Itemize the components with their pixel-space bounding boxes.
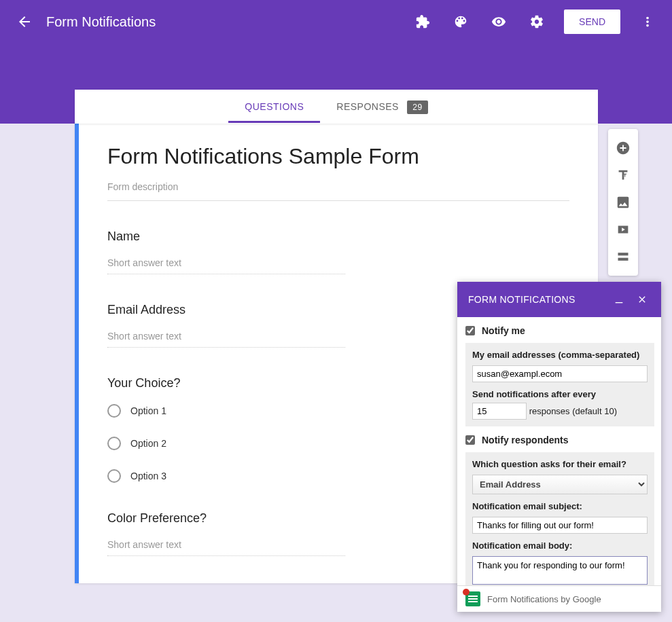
question-name: Name Short answer text [107, 230, 569, 274]
minimize-button[interactable] [611, 291, 627, 308]
close-icon [637, 294, 648, 305]
tabs: QUESTIONS RESPONSES 29 [75, 90, 598, 124]
plus-circle-icon [616, 141, 631, 156]
send-button[interactable]: SEND [564, 10, 620, 34]
tab-questions[interactable]: QUESTIONS [228, 90, 320, 123]
notify-me-row: Notify me [465, 325, 654, 336]
send-after-label: Send notifications after every [472, 389, 648, 399]
app-header: Form Notifications SEND [0, 0, 672, 43]
notify-me-label: Notify me [482, 325, 525, 336]
tab-responses[interactable]: RESPONSES 29 [320, 90, 444, 123]
gear-icon [529, 14, 544, 29]
palette-button[interactable] [444, 5, 477, 38]
minimize-icon [614, 294, 624, 305]
form-title[interactable]: Form Notifications Sample Form [107, 144, 569, 169]
subject-label: Notification email subject: [472, 501, 648, 511]
radio-label: Option 1 [130, 405, 166, 416]
short-answer-hint: Short answer text [107, 331, 345, 348]
which-question-label: Which question asks for their email? [472, 459, 648, 469]
add-title-button[interactable] [608, 162, 638, 189]
responses-count-badge: 29 [407, 100, 427, 114]
send-after-suffix: responses (default 10) [529, 406, 617, 416]
video-icon [616, 222, 631, 237]
settings-button[interactable] [520, 5, 553, 38]
send-after-input[interactable] [472, 403, 527, 420]
notify-respondents-row: Notify respondents [465, 435, 654, 445]
addon-panel: FORM NOTIFICATIONS Notify me My email ad… [457, 282, 661, 612]
addon-footer: Form Notifications by Google [457, 585, 661, 612]
sheets-icon [465, 591, 480, 606]
preview-button[interactable] [482, 5, 515, 38]
add-image-button[interactable] [608, 189, 638, 216]
short-answer-hint: Short answer text [107, 257, 345, 274]
back-button[interactable] [8, 5, 41, 38]
more-vert-icon [640, 14, 655, 29]
radio-icon [107, 404, 121, 418]
subject-input[interactable] [472, 517, 648, 534]
email-addresses-input[interactable] [472, 365, 648, 382]
short-answer-hint: Short answer text [107, 539, 345, 556]
body-textarea[interactable] [472, 556, 648, 585]
add-video-button[interactable] [608, 216, 638, 243]
notify-respondents-checkbox[interactable] [465, 435, 475, 445]
tab-responses-label: RESPONSES [336, 101, 399, 112]
addon-title: FORM NOTIFICATIONS [468, 294, 604, 305]
eye-icon [491, 14, 506, 29]
close-button[interactable] [634, 291, 650, 308]
arrow-left-icon [16, 14, 33, 30]
form-description[interactable]: Form description [107, 181, 569, 201]
app-title: Form Notifications [46, 14, 156, 30]
svg-rect-0 [618, 253, 629, 255]
svg-rect-2 [616, 302, 623, 303]
side-toolbar [608, 129, 638, 276]
puzzle-icon [415, 14, 430, 29]
notify-respondents-label: Notify respondents [482, 435, 569, 445]
addon-footer-text: Form Notifications by Google [487, 594, 601, 604]
radio-label: Option 2 [130, 438, 166, 449]
notification-badge-icon [463, 589, 470, 596]
text-icon [616, 168, 631, 183]
palette-icon [453, 14, 468, 29]
question-title: Name [107, 230, 569, 244]
image-icon [616, 195, 631, 210]
notify-me-panel: My email addresses (comma-separated) Sen… [465, 343, 654, 426]
radio-icon [107, 437, 121, 450]
addons-button[interactable] [406, 5, 439, 38]
addon-header: FORM NOTIFICATIONS [457, 282, 661, 317]
email-addresses-label: My email addresses (comma-separated) [472, 350, 648, 360]
body-label: Notification email body: [472, 541, 648, 551]
notify-respondents-panel: Which question asks for their email? Ema… [465, 452, 654, 585]
header-actions: SEND [406, 5, 664, 38]
add-question-button[interactable] [608, 134, 638, 162]
add-section-button[interactable] [608, 243, 638, 270]
radio-icon [107, 469, 121, 483]
addon-body[interactable]: Notify me My email addresses (comma-sepa… [457, 317, 661, 585]
notify-me-checkbox[interactable] [465, 326, 475, 335]
section-icon [616, 250, 630, 263]
which-question-select[interactable]: Email Address [472, 475, 648, 494]
svg-rect-1 [618, 258, 629, 261]
more-button[interactable] [631, 5, 664, 38]
radio-label: Option 3 [130, 471, 166, 481]
